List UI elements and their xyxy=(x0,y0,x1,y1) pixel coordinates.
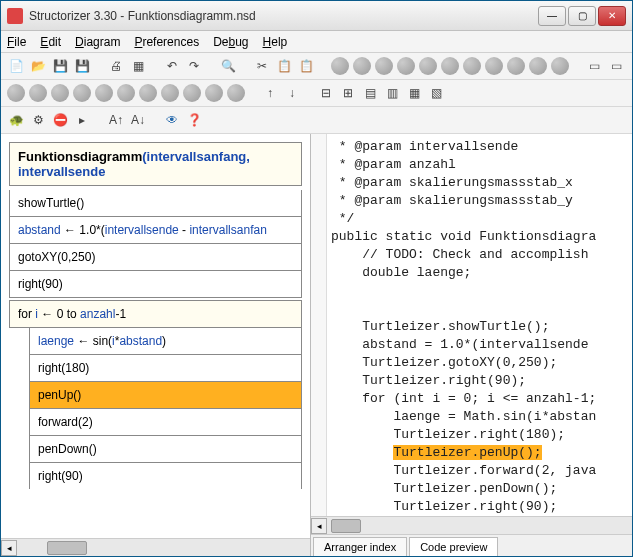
element2-3-icon[interactable] xyxy=(51,84,69,102)
diagram-row-forward2[interactable]: forward(2) xyxy=(29,409,302,436)
scroll-thumb[interactable] xyxy=(47,541,87,555)
element2-1-icon[interactable] xyxy=(7,84,25,102)
step-icon[interactable]: ▸ xyxy=(73,111,91,129)
element-case-icon[interactable] xyxy=(375,57,393,75)
menu-preferences[interactable]: Preferences xyxy=(134,35,199,49)
code-content: * @param intervallsende * @param anzahl … xyxy=(331,138,632,516)
code-hscrollbar[interactable]: ◂ xyxy=(311,516,632,534)
code-tabs: Arranger index Code preview xyxy=(311,534,632,556)
debug-stop-icon[interactable]: ⛔ xyxy=(51,111,69,129)
element-alternative-icon[interactable] xyxy=(353,57,371,75)
code-scroll-left-icon[interactable]: ◂ xyxy=(311,518,327,534)
diagram-row-for[interactable]: for i ← 0 to anzahl-1 xyxy=(9,300,302,328)
diagram-row-right90b[interactable]: right(90) xyxy=(29,463,302,489)
element2-5-icon[interactable] xyxy=(95,84,113,102)
element2-2-icon[interactable] xyxy=(29,84,47,102)
save-all-icon[interactable]: 💾 xyxy=(73,57,91,75)
element2-4-icon[interactable] xyxy=(73,84,91,102)
diagram-row-right90[interactable]: right(90) xyxy=(9,271,302,298)
help-icon[interactable]: ❓ xyxy=(185,111,203,129)
toolbar-row-3: 🐢 ⚙ ⛔ ▸ A↑ A↓ 👁 ❓ xyxy=(1,107,632,134)
undo-icon[interactable]: ↶ xyxy=(163,57,181,75)
insert-before-icon[interactable]: ▭ xyxy=(585,57,603,75)
diagram-row-right180[interactable]: right(180) xyxy=(29,355,302,382)
app-icon xyxy=(7,8,23,24)
tab-arranger[interactable]: Arranger index xyxy=(313,537,407,556)
element2-8-icon[interactable] xyxy=(161,84,179,102)
toolbar-row-1: 📄 📂 💾 💾 🖨 ▦ ↶ ↷ 🔍 ✂ 📋 📋 ▭ ▭ xyxy=(1,53,632,80)
content-area: Funktionsdiagramm(intervallsanfang, inte… xyxy=(1,134,632,556)
view-icon[interactable]: 👁 xyxy=(163,111,181,129)
expand-icon[interactable]: ⊞ xyxy=(339,84,357,102)
menu-diagram[interactable]: Diagram xyxy=(75,35,120,49)
menu-edit[interactable]: Edit xyxy=(40,35,61,49)
font-decrease-icon[interactable]: A↓ xyxy=(129,111,147,129)
close-button[interactable]: ✕ xyxy=(598,6,626,26)
font-increase-icon[interactable]: A↑ xyxy=(107,111,125,129)
element-forever-icon[interactable] xyxy=(463,57,481,75)
element-while-icon[interactable] xyxy=(419,57,437,75)
element-instruction-icon[interactable] xyxy=(331,57,349,75)
maximize-button[interactable]: ▢ xyxy=(568,6,596,26)
titlebar: Structorizer 3.30 - Funktionsdiagramm.ns… xyxy=(1,1,632,31)
paste-icon[interactable]: 📋 xyxy=(297,57,315,75)
cut-icon[interactable]: ✂ xyxy=(253,57,271,75)
menu-help[interactable]: Help xyxy=(263,35,288,49)
diagram-pane: Funktionsdiagramm(intervallsanfang, inte… xyxy=(1,134,311,556)
diagram-row-showturtle[interactable]: showTurtle() xyxy=(9,190,302,217)
copy-icon[interactable]: 📋 xyxy=(275,57,293,75)
save-icon[interactable]: 💾 xyxy=(51,57,69,75)
element2-7-icon[interactable] xyxy=(139,84,157,102)
insert-after-icon[interactable]: ▭ xyxy=(607,57,625,75)
move-up-icon[interactable]: ↑ xyxy=(261,84,279,102)
element2-9-icon[interactable] xyxy=(183,84,201,102)
code-pane: * @param intervallsende * @param anzahl … xyxy=(311,134,632,556)
diagram-row-gotoxy[interactable]: gotoXY(0,250) xyxy=(9,244,302,271)
element-jump-icon[interactable] xyxy=(507,57,525,75)
diagram-header[interactable]: Funktionsdiagramm(intervallsanfang, inte… xyxy=(9,142,302,186)
element-parallel-icon[interactable] xyxy=(529,57,547,75)
diagram-for-body: laenge ← sin(i*abstand) right(180) penUp… xyxy=(29,328,302,489)
move-down-icon[interactable]: ↓ xyxy=(283,84,301,102)
open-file-icon[interactable]: 📂 xyxy=(29,57,47,75)
menu-file[interactable]: File xyxy=(7,35,26,49)
menubar: File Edit Diagram Preferences Debug Help xyxy=(1,31,632,53)
layout-1-icon[interactable]: ▤ xyxy=(361,84,379,102)
element-call-icon[interactable] xyxy=(485,57,503,75)
redo-icon[interactable]: ↷ xyxy=(185,57,203,75)
layout-3-icon[interactable]: ▦ xyxy=(405,84,423,102)
collapse-icon[interactable]: ⊟ xyxy=(317,84,335,102)
diagram-hscrollbar[interactable]: ◂ xyxy=(1,538,310,556)
diagram-row-abstand[interactable]: abstand ← 1.0*(intervallsende - interval… xyxy=(9,217,302,244)
tab-code-preview[interactable]: Code preview xyxy=(409,537,498,556)
code-scroll-thumb[interactable] xyxy=(331,519,361,533)
toolbar-row-2: ↑ ↓ ⊟ ⊞ ▤ ▥ ▦ ▧ xyxy=(1,80,632,107)
app-window: Structorizer 3.30 - Funktionsdiagramm.ns… xyxy=(0,0,633,557)
window-title: Structorizer 3.30 - Funktionsdiagramm.ns… xyxy=(29,9,538,23)
scroll-left-icon[interactable]: ◂ xyxy=(1,540,17,556)
export-icon[interactable]: ▦ xyxy=(129,57,147,75)
gear-icon[interactable]: ⚙ xyxy=(29,111,47,129)
turtle-icon[interactable]: 🐢 xyxy=(7,111,25,129)
minimize-button[interactable]: — xyxy=(538,6,566,26)
diagram-row-pendown[interactable]: penDown() xyxy=(29,436,302,463)
element2-10-icon[interactable] xyxy=(205,84,223,102)
find-icon[interactable]: 🔍 xyxy=(219,57,237,75)
code-area[interactable]: * @param intervallsende * @param anzahl … xyxy=(311,134,632,516)
diagram-row-penup[interactable]: penUp() xyxy=(29,382,302,409)
layout-4-icon[interactable]: ▧ xyxy=(427,84,445,102)
diagram-row-laenge[interactable]: laenge ← sin(i*abstand) xyxy=(29,328,302,355)
element2-6-icon[interactable] xyxy=(117,84,135,102)
diagram-canvas[interactable]: Funktionsdiagramm(intervallsanfang, inte… xyxy=(1,134,310,538)
print-icon[interactable]: 🖨 xyxy=(107,57,125,75)
menu-debug[interactable]: Debug xyxy=(213,35,248,49)
diagram-title: Funktionsdiagramm xyxy=(18,149,142,164)
element-try-icon[interactable] xyxy=(551,57,569,75)
new-file-icon[interactable]: 📄 xyxy=(7,57,25,75)
window-controls: — ▢ ✕ xyxy=(538,6,626,26)
element-repeat-icon[interactable] xyxy=(441,57,459,75)
layout-2-icon[interactable]: ▥ xyxy=(383,84,401,102)
code-gutter xyxy=(311,134,327,516)
element-for-icon[interactable] xyxy=(397,57,415,75)
element2-11-icon[interactable] xyxy=(227,84,245,102)
